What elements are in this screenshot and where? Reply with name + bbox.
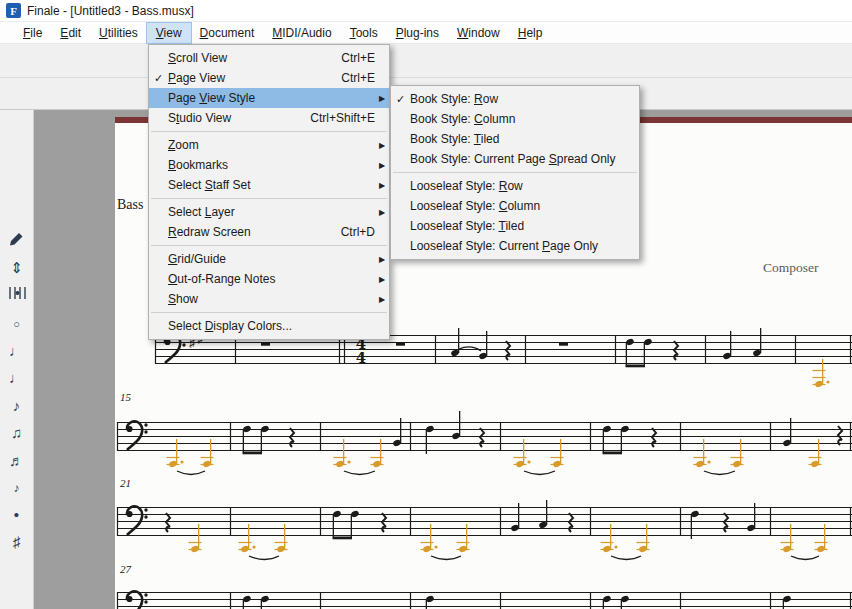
submenu-item-book-style-row[interactable]: ✓ Book Style: Row [391, 89, 639, 109]
beamed-note-tool[interactable]: ♫ [0, 421, 33, 445]
menu-item-label: Select Layer [168, 205, 375, 219]
menu-item-label: Grid/Guide [168, 252, 375, 266]
menu-document[interactable]: Document [191, 23, 264, 43]
menu-view[interactable]: View [147, 23, 191, 43]
circle-tool[interactable]: ○ [0, 312, 33, 336]
left-tool-palette: ⇕ ○ ♩ ♩ ♪ ♫ ♬ ♪ • ♯ ♭ +½ [0, 110, 34, 609]
menu-item-select-layer[interactable]: Select Layer ▶ [149, 202, 389, 222]
menu-item-show[interactable]: Show ▶ [149, 289, 389, 309]
menu-item-out-of-range-notes[interactable]: Out-of-Range Notes ▶ [149, 269, 389, 289]
title-bar: F Finale - [Untitled3 - Bass.musx] [0, 0, 852, 22]
submenu-arrow-icon: ▶ [379, 94, 389, 103]
submenu-item-book-style-column[interactable]: Book Style: Column [391, 109, 639, 129]
submenu-arrow-icon: ▶ [379, 255, 389, 264]
menu-item-redraw-screen[interactable]: Redraw Screen Ctrl+D [149, 222, 389, 242]
menu-item-label: Scroll View [168, 51, 341, 65]
menu-plugins[interactable]: Plug-ins [387, 23, 448, 43]
submenu-item-book-style-tiled[interactable]: Book Style: Tiled [391, 129, 639, 149]
menu-item-label: Page View [168, 71, 341, 85]
menu-window[interactable]: Window [448, 23, 509, 43]
menu-edit[interactable]: Edit [51, 23, 90, 43]
submenu-item-looseleaf-style-column[interactable]: Looseleaf Style: Column [391, 196, 639, 216]
menu-item-label: Select Display Colors... [168, 319, 375, 333]
composer-text[interactable]: Composer [763, 260, 819, 276]
half-note-tool[interactable]: ♩ [0, 339, 33, 363]
menu-separator [151, 312, 387, 313]
sharp-tool[interactable]: ♯ [0, 530, 33, 554]
menu-midi-audio[interactable]: MIDI/Audio [263, 23, 340, 43]
menu-item-label: Redraw Screen [168, 225, 341, 239]
menu-separator [393, 172, 637, 173]
menu-help[interactable]: Help [509, 23, 552, 43]
part-title[interactable]: Bass [117, 197, 143, 213]
staff-tool[interactable] [0, 284, 33, 308]
menu-item-label: Bookmarks [168, 158, 375, 172]
menu-item-select-staff-set[interactable]: Select Staff Set ▶ [149, 175, 389, 195]
menu-item-label: Looseleaf Style: Current Page Only [410, 239, 639, 253]
menu-item-label: Book Style: Current Page Spread Only [410, 152, 639, 166]
menu-separator [151, 245, 387, 246]
submenu-arrow-icon: ▶ [379, 161, 389, 170]
submenu-arrow-icon: ▶ [379, 141, 389, 150]
menu-separator [151, 198, 387, 199]
submenu-item-book-style-current-page-spread-only[interactable]: Book Style: Current Page Spread Only [391, 149, 639, 169]
menu-tools[interactable]: Tools [341, 23, 387, 43]
submenu-item-looseleaf-style-tiled[interactable]: Looseleaf Style: Tiled [391, 216, 639, 236]
menu-item-studio-view[interactable]: Studio View Ctrl+Shift+E [149, 108, 389, 128]
menu-utilities[interactable]: Utilities [90, 23, 147, 43]
finale-logo-icon: F [6, 3, 21, 18]
menu-item-grid-guide[interactable]: Grid/Guide ▶ [149, 249, 389, 269]
checkmark-icon: ✓ [391, 93, 410, 106]
menu-item-label: Studio View [168, 111, 310, 125]
menu-item-zoom[interactable]: Zoom ▶ [149, 135, 389, 155]
quarter-note-tool[interactable]: ♩ [0, 366, 33, 390]
svg-text:4: 4 [356, 349, 366, 367]
menu-item-label: Book Style: Column [410, 112, 639, 126]
menu-item-label: Zoom [168, 138, 375, 152]
pencil-icon [8, 228, 26, 246]
submenu-arrow-icon: ▶ [379, 208, 389, 217]
submenu-arrow-icon: ▶ [379, 181, 389, 190]
page-view-style-submenu: ✓ Book Style: Row Book Style: Column Boo… [390, 85, 640, 260]
menu-item-label: Show [168, 292, 375, 306]
window-title: Finale - [Untitled3 - Bass.musx] [27, 4, 194, 18]
augmentation-dot-tool[interactable]: • [0, 503, 33, 527]
menu-file[interactable]: File [14, 23, 51, 43]
smart-shape-tool[interactable] [0, 228, 33, 252]
menu-item-label: Page View Style [168, 91, 375, 105]
menu-item-bookmarks[interactable]: Bookmarks ▶ [149, 155, 389, 175]
shortcut-label: Ctrl+E [341, 71, 375, 85]
menu-item-label: Looseleaf Style: Tiled [410, 219, 639, 233]
staff-lines-icon [7, 285, 27, 301]
menu-item-label: Book Style: Tiled [410, 132, 639, 146]
menu-item-page-view[interactable]: ✓ Page View Ctrl+E [149, 68, 389, 88]
expression-tool[interactable]: ⇕ [0, 256, 33, 280]
menu-item-label: Looseleaf Style: Row [410, 179, 639, 193]
menu-separator [151, 131, 387, 132]
main-tool-palette: ♯ ♩ ♭ mf CM7 ♪ T % [0, 44, 852, 78]
sixteenth-note-tool[interactable]: ♬ [0, 449, 33, 473]
menu-bar: File Edit Utilities View Document MIDI/A… [0, 22, 852, 44]
shortcut-label: Ctrl+D [341, 225, 375, 239]
checkmark-icon: ✓ [149, 72, 168, 85]
menu-item-label: Out-of-Range Notes [168, 272, 375, 286]
shortcut-label: Ctrl+Shift+E [310, 111, 375, 125]
submenu-item-looseleaf-style-row[interactable]: Looseleaf Style: Row [391, 176, 639, 196]
menu-item-label: Looseleaf Style: Column [410, 199, 639, 213]
submenu-arrow-icon: ▶ [379, 275, 389, 284]
menu-item-page-view-style[interactable]: Page View Style ▶ [149, 88, 389, 108]
submenu-item-looseleaf-style-current-page-only[interactable]: Looseleaf Style: Current Page Only [391, 236, 639, 256]
eighth-note-tool[interactable]: ♪ [0, 394, 33, 418]
shortcut-label: Ctrl+E [341, 51, 375, 65]
music-system-4[interactable] [115, 552, 852, 609]
menu-item-label: Book Style: Row [410, 92, 639, 106]
view-menu-dropdown: Scroll View Ctrl+E ✓ Page View Ctrl+E Pa… [148, 44, 390, 340]
grace-note-tool[interactable]: ♪ [0, 476, 33, 500]
submenu-arrow-icon: ▶ [379, 295, 389, 304]
menu-item-select-display-colors[interactable]: Select Display Colors... [149, 316, 389, 336]
menu-item-label: Select Staff Set [168, 178, 375, 192]
menu-item-scroll-view[interactable]: Scroll View Ctrl+E [149, 48, 389, 68]
